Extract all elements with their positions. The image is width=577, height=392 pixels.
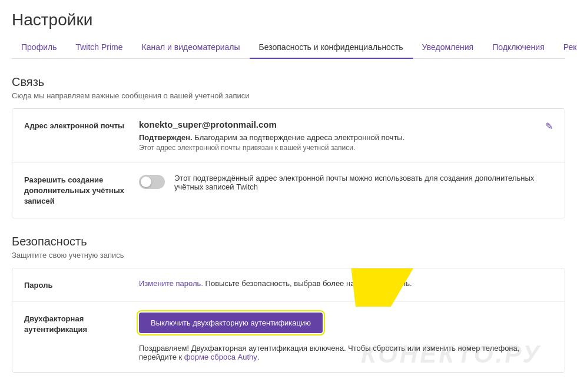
email-value: konekto_super@protonmail.com Подтвержден… — [139, 119, 538, 152]
tab-connections[interactable]: Подключения — [483, 36, 554, 59]
twofa-value: Выключить двухфакторную аутентификацию П… — [139, 313, 553, 361]
allow-accounts-row: Разрешить создание дополнительных учётны… — [12, 163, 565, 218]
security-section: Безопасность Защитите свою учетную запис… — [12, 235, 565, 373]
security-subtitle: Защитите свою учетную запись — [12, 251, 565, 260]
change-password-link[interactable]: Измените пароль. — [139, 279, 203, 288]
communication-card: Адрес электронной почты konekto_super@pr… — [12, 108, 565, 218]
disable-2fa-button[interactable]: Выключить двухфакторную аутентификацию — [139, 313, 323, 333]
nav-tabs: Профиль Twitch Prime Канал и видеоматери… — [12, 36, 565, 59]
congrats-text: Поздравляем! Двухфакторная аутентификаци… — [139, 344, 553, 361]
communication-subtitle: Сюда мы направляем важные сообщения о ва… — [12, 91, 565, 100]
tab-notifications[interactable]: Уведомления — [413, 36, 483, 59]
tab-profile[interactable]: Профиль — [12, 36, 66, 59]
tab-twitch-prime[interactable]: Twitch Prime — [66, 36, 132, 59]
password-description: Повысьте безопасность, выбрав более наде… — [203, 279, 412, 288]
communication-section: Связь Сюда мы направляем важные сообщени… — [12, 75, 565, 218]
authy-reset-link[interactable]: форме сброса Authy — [184, 353, 257, 361]
password-label: Пароль — [24, 279, 139, 291]
tab-recommendations[interactable]: Рекомендации — [554, 36, 577, 59]
tab-channel[interactable]: Канал и видеоматериалы — [132, 36, 250, 59]
verified-strong: Подтвержден. — [139, 133, 193, 142]
password-row: Пароль Измените пароль. Повысьте безопас… — [12, 268, 565, 302]
email-row: Адрес электронной почты konekto_super@pr… — [12, 109, 565, 163]
communication-title: Связь — [12, 75, 565, 89]
email-address: konekto_super@protonmail.com — [139, 119, 538, 129]
security-card: Пароль Измените пароль. Повысьте безопас… — [12, 268, 565, 373]
toggle-thumb — [141, 177, 151, 187]
email-label: Адрес электронной почты — [24, 119, 139, 131]
twofa-label: Двухфакторная аутентификация — [24, 313, 139, 335]
tab-security[interactable]: Безопасность и конфиденциальность — [250, 36, 413, 59]
verified-text: Подтвержден. Благодарим за подтверждение… — [139, 133, 538, 142]
security-title: Безопасность — [12, 235, 565, 248]
password-value: Измените пароль. Повысьте безопасность, … — [139, 279, 553, 288]
allow-accounts-label: Разрешить создание дополнительных учётны… — [24, 174, 139, 207]
verified-description: Благодарим за подтверждение адреса элект… — [193, 133, 405, 142]
allow-accounts-description: Этот подтверждённый адрес электронной по… — [174, 174, 553, 191]
email-subtext: Этот адрес электронной почты привязан к … — [139, 144, 538, 152]
edit-email-icon[interactable]: ✎ — [538, 119, 553, 132]
allow-accounts-content: Этот подтверждённый адрес электронной по… — [139, 174, 553, 191]
allow-accounts-toggle[interactable] — [139, 175, 165, 189]
page-title: Настройки — [12, 0, 565, 36]
twofa-row: Двухфакторная аутентификация — [12, 302, 565, 372]
